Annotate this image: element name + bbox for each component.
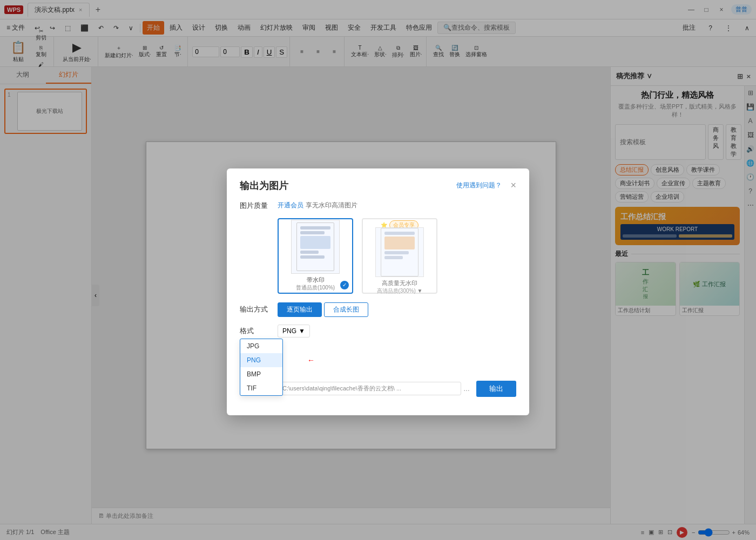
- doc-line: [384, 256, 403, 259]
- format-dropdown-menu: JPG PNG ← BMP TIF: [240, 339, 283, 396]
- dialog-header: 输出为图片 使用遇到问题？ ×: [240, 179, 516, 192]
- quality-card-hq-img: [375, 227, 424, 277]
- doc-img: [300, 236, 330, 249]
- current-format-text: PNG: [282, 327, 296, 335]
- watermark-check-icon: ✓: [340, 281, 349, 289]
- export-image-dialog: 输出为图片 使用遇到问题？ × 图片质量 开通会员 享无水印高清图片: [227, 168, 529, 415]
- quality-label: 图片质量: [240, 201, 278, 211]
- dialog-overlay: 输出为图片 使用遇到问题？ × 图片质量 开通会员 享无水印高清图片: [0, 0, 756, 540]
- path-browse-icon[interactable]: …: [463, 385, 470, 393]
- hq-doc-icon: [381, 228, 418, 276]
- format-option-png[interactable]: PNG ←: [240, 353, 282, 367]
- doc-img: [384, 237, 415, 249]
- doc-line: [300, 251, 319, 254]
- dialog-title: 输出为图片: [240, 179, 288, 192]
- quality-row: 图片质量 开通会员 享无水印高清图片: [240, 201, 516, 211]
- format-select: PNG ▼ JPG PNG ← BMP TIF: [278, 325, 310, 338]
- arrow-indicator: ←: [307, 356, 315, 364]
- format-row: 格式 PNG ▼ JPG PNG ← BMP TIF: [240, 325, 516, 338]
- output-mode-row: 输出方式 逐页输出 合成长图: [240, 302, 516, 317]
- quality-cards: 带水印 普通品质(100%) ✓ ⭐ 会员专享 高: [240, 218, 516, 294]
- output-tabs: 逐页输出 合成长图: [278, 302, 368, 317]
- format-option-bmp[interactable]: BMP: [240, 367, 282, 381]
- dropdown-arrow-icon: ▼: [299, 327, 305, 335]
- hq-label: 高质量无水印: [382, 279, 417, 287]
- format-option-jpg[interactable]: JPG: [240, 339, 282, 353]
- watermark-sub: 普通品质(100%): [296, 284, 335, 292]
- vip-desc: 享无水印高清图片: [306, 201, 357, 210]
- vip-link[interactable]: 开通会员: [278, 201, 303, 210]
- output-btn[interactable]: 输出: [476, 381, 516, 397]
- doc-line: [300, 231, 325, 234]
- dialog-close-btn[interactable]: ×: [510, 180, 516, 191]
- quality-card-watermark-img: [291, 220, 340, 274]
- format-dropdown-btn[interactable]: PNG ▼: [278, 325, 310, 338]
- tab-page-output[interactable]: 逐页输出: [278, 302, 322, 317]
- watermark-doc-icon: [296, 222, 334, 271]
- format-option-tif[interactable]: TIF: [240, 381, 282, 395]
- doc-line: [300, 226, 330, 230]
- save-path-display: C:\users\data\qing\filecache\香香的云文档\ ...: [278, 382, 461, 395]
- quality-card-watermark[interactable]: 带水印 普通品质(100%) ✓: [278, 218, 353, 294]
- dialog-help-link[interactable]: 使用遇到问题？: [456, 181, 502, 190]
- watermark-label: 带水印: [307, 276, 325, 284]
- format-label: 格式: [240, 326, 278, 336]
- tab-long-image[interactable]: 合成长图: [324, 302, 368, 317]
- doc-line: [384, 232, 415, 235]
- doc-line: [384, 251, 409, 254]
- quality-card-hq[interactable]: ⭐ 会员专享 高质量无水印 高清品质(300%) ▼: [362, 218, 437, 294]
- output-mode-label: 输出方式: [240, 305, 278, 314]
- hq-sub: 高清品质(300%) ▼: [377, 287, 423, 295]
- doc-line: [300, 255, 325, 259]
